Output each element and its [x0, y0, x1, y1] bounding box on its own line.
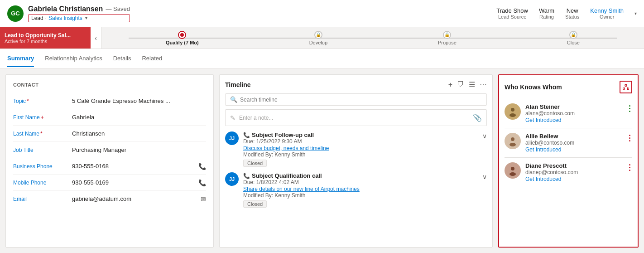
- person-silhouette-1: [507, 136, 518, 146]
- breadcrumb-lead: Lead: [31, 15, 43, 21]
- contact-avatar-0: [505, 103, 521, 120]
- menu-dot-green-1: [629, 108, 630, 109]
- contact-name: Gabriela Christiansen: [28, 5, 103, 13]
- step-circle-develop: 🔒: [314, 31, 322, 39]
- tab-summary[interactable]: Summary: [7, 50, 34, 67]
- activity-subject-1: 📞 Subject Qualification call: [243, 172, 478, 179]
- process-step-qualify[interactable]: Qualify (7 Mo): [166, 31, 199, 45]
- activity-item-0: JJ 📞 Subject Follow-up call Due: 1/25/20…: [225, 131, 487, 167]
- expand-icon-1[interactable]: ∨: [482, 173, 487, 180]
- timeline-search[interactable]: 🔍: [225, 93, 487, 106]
- timeline-title: Timeline: [225, 81, 251, 88]
- process-bar: Lead to Opportunity Sal... Active for 7 …: [0, 27, 644, 49]
- tab-related[interactable]: Related: [142, 50, 162, 67]
- contact-panel: CONTACT Topic* 5 Café Grande Espresso Ma…: [5, 74, 214, 248]
- contact-menu-button-1[interactable]: [627, 133, 632, 143]
- timeline-filter-icon[interactable]: ⛉: [457, 81, 464, 89]
- attachment-icon[interactable]: 📎: [473, 113, 482, 122]
- svg-point-5: [511, 108, 514, 112]
- meta-owner[interactable]: Kenny Smith Owner: [590, 7, 624, 19]
- field-value-businessphone[interactable]: 930-555-0168: [72, 163, 195, 170]
- field-value-firstname[interactable]: Gabriela: [72, 114, 206, 121]
- note-area[interactable]: ✎ Enter a note... 📎: [225, 109, 487, 126]
- breadcrumb[interactable]: Lead · Sales Insights ▾: [28, 14, 130, 22]
- email-icon[interactable]: ✉: [201, 195, 206, 203]
- contact-name-2: Diane Prescott: [525, 162, 623, 169]
- activity-modified-0: Modified By: Kenny Smith: [243, 151, 478, 158]
- search-input[interactable]: [240, 97, 482, 103]
- field-row-lastname: Last Name* Christiansen: [13, 126, 206, 142]
- get-introduced-link-1[interactable]: Get Introduced: [525, 146, 561, 153]
- field-value-lastname[interactable]: Christiansen: [72, 130, 206, 137]
- header-name-block: Gabriela Christiansen — Saved Lead · Sal…: [28, 5, 130, 22]
- breadcrumb-sales-insights[interactable]: Sales Insights: [48, 15, 82, 21]
- timeline-actions: + ⛉ ☰ ⋯: [448, 80, 487, 89]
- svg-point-8: [509, 143, 516, 146]
- step-label-propose: Propose: [438, 40, 457, 45]
- menu-dot-green-2: [629, 111, 630, 112]
- contact-menu-button-0[interactable]: [627, 103, 632, 114]
- field-value-topic[interactable]: 5 Café Grande Espresso Machines ...: [72, 97, 206, 104]
- activity-due-1: Due: 1/8/2022 4:02 AM: [243, 179, 478, 185]
- nav-tabs: Summary Relationship Analytics Details R…: [0, 49, 644, 69]
- lock-icon-develop: 🔒: [316, 32, 321, 37]
- timeline-more-icon[interactable]: ⋯: [480, 80, 487, 89]
- field-label-mobilephone: Mobile Phone: [13, 180, 72, 186]
- get-introduced-link-0[interactable]: Get Introduced: [525, 117, 561, 123]
- expand-icon-0[interactable]: ∨: [482, 132, 487, 140]
- who-knows-whom-panel: Who Knows Whom Alan Steiner alans@contos…: [498, 74, 639, 248]
- wkw-contact-2: Diane Prescott dianep@contoso.com Get In…: [505, 158, 632, 187]
- svg-point-0: [625, 84, 627, 86]
- field-label-firstname: First Name+: [13, 114, 72, 121]
- timeline-add-button[interactable]: +: [448, 81, 452, 89]
- field-value-jobtitle[interactable]: Purchasing Manager: [72, 146, 206, 153]
- step-label-qualify: Qualify (7 Mo): [166, 40, 199, 45]
- activity-modified-1: Modified By: Kenny Smith: [243, 192, 478, 199]
- activity-avatar-0: JJ: [225, 131, 239, 145]
- process-steps: Qualify (7 Mo) 🔒 Develop 🔒 Propose 🔒 Clo…: [101, 27, 644, 49]
- wkw-network-button[interactable]: [620, 81, 632, 93]
- contact-email-1: allieb@contoso.com: [525, 140, 623, 146]
- process-step-develop[interactable]: 🔒 Develop: [309, 31, 327, 45]
- timeline-panel: Timeline + ⛉ ☰ ⋯ 🔍 ✎ Enter a note... 📎 J…: [219, 74, 493, 248]
- field-row-mobilephone: Mobile Phone 930-555-0169 📞: [13, 175, 206, 191]
- pencil-icon: ✎: [230, 114, 235, 122]
- step-label-close: Close: [567, 40, 580, 45]
- get-introduced-link-2[interactable]: Get Introduced: [525, 176, 561, 182]
- contact-info-2: Diane Prescott dianep@contoso.com Get In…: [525, 162, 623, 182]
- avatar: GC: [7, 5, 24, 22]
- trade-show-value: Trade Show: [496, 7, 528, 14]
- wkw-header: Who Knows Whom: [505, 81, 632, 93]
- meta-new-status: New Status: [565, 7, 579, 19]
- note-placeholder: Enter a note...: [239, 115, 273, 121]
- menu-dot-red-4: [629, 167, 630, 168]
- process-step-propose[interactable]: 🔒 Propose: [438, 31, 457, 45]
- contact-menu-button-2[interactable]: [627, 162, 632, 173]
- process-step-close[interactable]: 🔒 Close: [567, 31, 580, 45]
- tab-details[interactable]: Details: [113, 50, 131, 67]
- field-value-email[interactable]: gabriela@adatum.com: [72, 195, 197, 202]
- svg-point-10: [509, 172, 516, 176]
- wkw-title: Who Knows Whom: [505, 83, 562, 91]
- phone-icon-business[interactable]: 📞: [198, 163, 206, 170]
- header-dropdown-icon[interactable]: ▾: [634, 11, 637, 16]
- field-row-firstname: First Name+ Gabriela: [13, 109, 206, 126]
- timeline-sort-icon[interactable]: ☰: [469, 80, 475, 89]
- timeline-header: Timeline + ⛉ ☰ ⋯: [225, 80, 487, 89]
- activity-content-0: 📞 Subject Follow-up call Due: 1/25/2022 …: [243, 131, 478, 167]
- svg-line-4: [626, 86, 628, 88]
- required-star: *: [27, 98, 29, 104]
- process-collapse-button[interactable]: ‹: [91, 27, 101, 49]
- field-value-mobilephone[interactable]: 930-555-0169: [72, 179, 195, 186]
- phone-icon-mobile[interactable]: 📞: [198, 179, 206, 186]
- menu-dot-red-3: [629, 164, 630, 165]
- field-label-businessphone: Business Phone: [13, 163, 72, 170]
- activity-avatar-1: JJ: [225, 172, 239, 186]
- activity-link-1[interactable]: Share details on our new line of Airpot …: [243, 186, 360, 192]
- step-circle-qualify: [178, 31, 186, 39]
- person-silhouette-2: [507, 165, 518, 176]
- warm-label: Rating: [539, 14, 554, 19]
- tab-relationship-analytics[interactable]: Relationship Analytics: [45, 50, 102, 67]
- activity-link-0[interactable]: Discuss budget, needs and timeline: [243, 145, 329, 151]
- chevron-down-icon[interactable]: ▾: [85, 15, 87, 20]
